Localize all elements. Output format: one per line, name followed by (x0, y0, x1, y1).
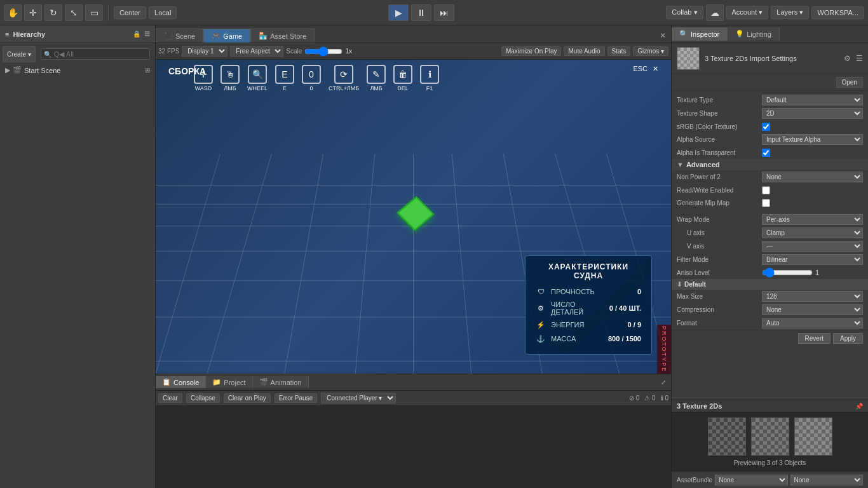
scene-tab[interactable]: ⬛ Scene (156, 29, 203, 43)
scale-slider[interactable] (304, 46, 342, 57)
aspect-select[interactable]: Free Aspect (230, 46, 283, 57)
control-f1: ℹ F1 (420, 65, 439, 92)
alpha-source-select[interactable]: Input Texture Alpha (762, 134, 863, 145)
non-power-select[interactable]: None (762, 172, 863, 182)
apply-btn[interactable]: Apply (833, 333, 863, 344)
maximize-play-btn[interactable]: Maximize On Play (501, 46, 562, 56)
wrap-mode-select[interactable]: Per-axis (762, 214, 863, 225)
search-icon: 🔍 (44, 51, 51, 58)
preview-header: 3 Texture 2Ds 📌 (672, 400, 868, 412)
alpha-transparent-checkbox[interactable] (762, 149, 770, 157)
filter-mode-select[interactable]: Bilinear (762, 254, 863, 265)
max-size-select[interactable]: 128 256 512 1024 (762, 291, 863, 302)
step-btn[interactable]: ⏭ (434, 4, 454, 21)
read-write-checkbox[interactable] (762, 186, 770, 194)
v-axis-select[interactable]: — (762, 241, 863, 252)
settings-icon[interactable]: ⚙ (844, 54, 851, 63)
lighting-tab-label: Lighting (747, 30, 771, 38)
start-scene-item[interactable]: ▶ 🎬 Start Scene ⊞ (0, 65, 155, 76)
read-write-row: Read/Write Enabled (672, 184, 868, 196)
clear-on-play-btn[interactable]: Clear on Play (224, 393, 271, 403)
close-viewport-icon[interactable]: ✕ (653, 65, 658, 73)
stats-btn[interactable]: Stats (607, 46, 631, 56)
max-size-row: Max Size 128 256 512 1024 (672, 290, 868, 303)
close-tab-icon[interactable]: ✕ (654, 29, 671, 43)
inspector-title: 3 Texture 2Ds Import Settings (705, 55, 839, 62)
texture-shape-label: Texture Shape (677, 110, 759, 117)
inspector-tab-label: Inspector (691, 30, 719, 38)
center-btn[interactable]: Center (114, 6, 146, 19)
gizmos-btn[interactable]: Gizmos ▾ (633, 46, 668, 56)
rect-tool-btn[interactable]: ▭ (85, 4, 103, 21)
bottom-area: 📋 Console 📁 Project 🎬 Animation ⤢ Clear (156, 374, 671, 488)
inspector-tab[interactable]: 🔍 Inspector (672, 27, 728, 41)
pan-tool-btn[interactable]: ✋ (4, 4, 22, 21)
expand-icon[interactable]: ⤢ (661, 379, 666, 386)
pause-btn[interactable]: ⏸ (411, 4, 431, 21)
open-btn-row: Open (672, 74, 868, 91)
preview-content: Previewing 3 of 3 Objects (672, 412, 868, 471)
collab-btn[interactable]: Collab ▾ (666, 6, 703, 19)
texture-shape-select[interactable]: 2D (762, 108, 863, 119)
energy-value: 0 / 9 (628, 321, 641, 329)
asset-bundle-select-2[interactable]: None (790, 475, 863, 485)
cloud-btn[interactable]: ☁ (706, 4, 724, 21)
filter-mode-label: Filter Mode (677, 256, 759, 263)
scale-value: 1x (345, 48, 352, 55)
rmb-icon: 🖱 (220, 65, 240, 84)
menu-dots-icon[interactable]: ☰ (856, 54, 863, 63)
u-axis-select[interactable]: Clamp (762, 227, 863, 238)
workspace-btn[interactable]: WORKSPA... (811, 6, 864, 19)
pin-icon[interactable]: 📌 (855, 403, 863, 410)
game-tab[interactable]: 🎮 Game (203, 29, 250, 43)
shield-icon: 🛡 (536, 287, 546, 297)
esc-label[interactable]: ESC (633, 65, 648, 73)
display-select[interactable]: Display 1 (182, 46, 227, 57)
asset-bundle-select-1[interactable]: None (715, 475, 787, 485)
local-btn[interactable]: Local (149, 6, 177, 19)
download-icon: ⬇ (677, 281, 682, 288)
control-rmb: 🖱 ЛМБ (220, 65, 240, 92)
inspector-tab-icon: 🔍 (679, 30, 688, 38)
sep1 (108, 5, 109, 20)
play-btn[interactable]: ▶ (388, 4, 409, 21)
texture-type-select[interactable]: Default (762, 95, 863, 105)
advanced-section[interactable]: ▼ Advanced (672, 159, 868, 170)
compression-select[interactable]: None (762, 304, 863, 315)
scale-tool-btn[interactable]: ⤡ (65, 4, 83, 21)
zero-label: 0 (310, 85, 313, 92)
scene-tab-icon: ⬛ (164, 32, 173, 40)
move-tool-btn[interactable]: ✛ (24, 4, 42, 21)
srgb-checkbox[interactable] (762, 123, 770, 131)
rotate-tool-btn[interactable]: ↻ (44, 4, 62, 21)
bottom-tabs: 📋 Console 📁 Project 🎬 Animation ⤢ (156, 374, 671, 391)
animation-tab[interactable]: 🎬 Animation (253, 376, 309, 388)
srgb-label: sRGB (Color Texture) (677, 123, 759, 130)
lighting-tab[interactable]: 💡 Lighting (728, 27, 780, 41)
gear-icon: ⚙ (536, 303, 546, 313)
project-tab[interactable]: 📁 Project (206, 376, 252, 388)
u-axis-label: U axis (677, 229, 759, 236)
collapse-btn[interactable]: Collapse (186, 393, 220, 403)
console-icon: 📋 (162, 378, 171, 386)
gen-mip-checkbox[interactable] (762, 199, 770, 207)
warning-count: ⚠ 0 (644, 395, 655, 402)
format-select[interactable]: Auto (762, 318, 863, 329)
create-btn[interactable]: Create ▾ (3, 46, 36, 62)
revert-btn[interactable]: Revert (798, 333, 831, 344)
aniso-slider[interactable] (762, 268, 813, 278)
mute-audio-btn[interactable]: Mute Audio (564, 46, 604, 56)
error-pause-btn[interactable]: Error Pause (275, 393, 317, 403)
asset-store-tab[interactable]: 🏪 Asset Store (250, 29, 315, 43)
wasd-icon: ✛ (194, 65, 213, 84)
layers-btn[interactable]: Layers ▾ (771, 6, 809, 19)
filter-mode-row: Filter Mode Bilinear (672, 253, 868, 266)
f1-label: F1 (426, 85, 433, 92)
hierarchy-search-input[interactable] (54, 50, 147, 58)
clear-btn[interactable]: Clear (158, 393, 182, 403)
open-btn[interactable]: Open (836, 77, 863, 88)
wheel-label: WHEEL (247, 85, 268, 92)
account-btn[interactable]: Account ▾ (726, 6, 769, 19)
connected-player-select[interactable]: Connected Player ▾ (321, 393, 396, 403)
console-tab[interactable]: 📋 Console (156, 376, 206, 388)
